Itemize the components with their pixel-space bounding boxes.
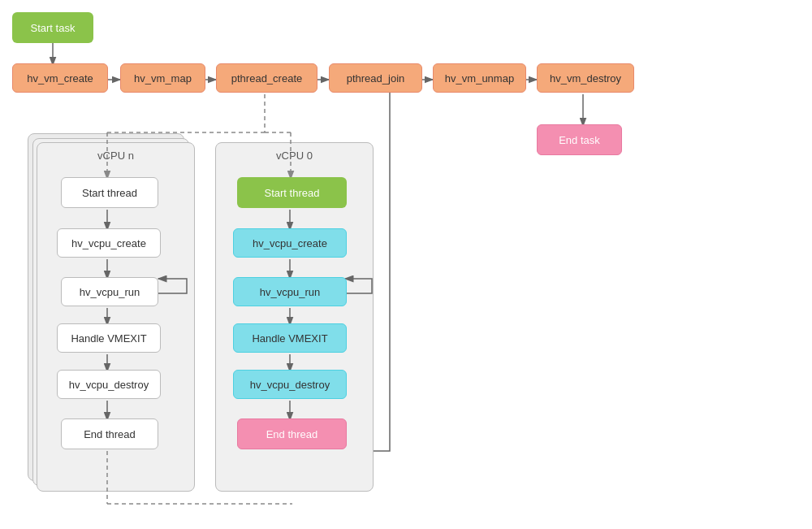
start-task-node: Start task bbox=[12, 12, 93, 43]
vcpu-n-start-thread-node: Start thread bbox=[61, 177, 158, 208]
pthread-join-node: pthread_join bbox=[329, 63, 422, 93]
pthread-create-node: pthread_create bbox=[216, 63, 317, 93]
vcpu-n-handle-vmexit-node: Handle VMEXIT bbox=[57, 323, 161, 353]
vcpu-0-title: vCPU 0 bbox=[276, 150, 313, 162]
diagram-container: vCPU n vCPU 0 bbox=[0, 0, 812, 529]
vcpu-n-end-thread-node: End thread bbox=[61, 418, 158, 449]
vcpu-n-hv-vcpu-create-node: hv_vcpu_create bbox=[57, 228, 161, 258]
vcpu-n-hv-vcpu-destroy-node: hv_vcpu_destroy bbox=[57, 370, 161, 399]
vcpu-0-start-thread-node: Start thread bbox=[237, 177, 347, 208]
vcpu-0-hv-vcpu-create-node: hv_vcpu_create bbox=[233, 228, 347, 258]
hv-vm-unmap-node: hv_vm_unmap bbox=[433, 63, 526, 93]
hv-vm-create-node: hv_vm_create bbox=[12, 63, 108, 93]
vcpu-0-handle-vmexit-node: Handle VMEXIT bbox=[233, 323, 347, 353]
vcpu-0-hv-vcpu-destroy-node: hv_vcpu_destroy bbox=[233, 370, 347, 399]
vcpu-n-hv-vcpu-run-node: hv_vcpu_run bbox=[61, 277, 158, 306]
vcpu-0-hv-vcpu-run-node: hv_vcpu_run bbox=[233, 277, 347, 306]
vcpu-0-end-thread-node: End thread bbox=[237, 418, 347, 449]
hv-vm-map-node: hv_vm_map bbox=[120, 63, 205, 93]
hv-vm-destroy-node: hv_vm_destroy bbox=[537, 63, 634, 93]
vcpu-n-title: vCPU n bbox=[97, 150, 134, 162]
end-task-node: End task bbox=[537, 124, 622, 155]
